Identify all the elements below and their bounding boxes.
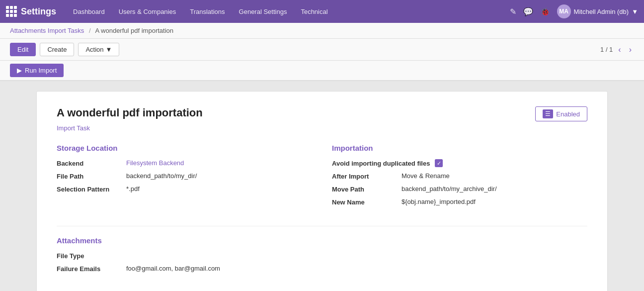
storage-location-title: Storage Location: [57, 144, 312, 152]
record-subtitle: Import Task: [57, 124, 587, 132]
attachments-section: Attachments File Type Failure Emails foo…: [57, 236, 587, 273]
move-path-value: backend_path/to/my_archive_dir/: [402, 185, 497, 193]
app-name: Settings: [21, 6, 56, 17]
edit-button[interactable]: Edit: [10, 43, 36, 56]
status-badge[interactable]: ☰ Enabled: [535, 106, 587, 121]
status-label: Enabled: [556, 110, 580, 118]
after-import-value: Move & Rename: [402, 172, 450, 180]
avoid-importing-label: Avoid importing duplicated files: [332, 159, 430, 167]
new-name-value: ${obj.name}_imported.pdf: [402, 198, 476, 205]
file-path-row: File Path backend_path/to/my_dir/: [57, 172, 312, 180]
file-path-value: backend_path/to/my_dir/: [126, 172, 197, 180]
status-icon: ☰: [543, 109, 553, 118]
backend-value: Filesystem Backend: [126, 159, 184, 167]
pagination: 1 / 1 ‹ ›: [600, 44, 634, 55]
divider: [57, 226, 587, 226]
nav-dashboard[interactable]: Dashboard: [66, 0, 112, 23]
avatar: MA: [557, 4, 571, 18]
bug-icon[interactable]: 🐞: [540, 7, 550, 16]
run-import-label: Run Import: [25, 67, 57, 74]
avoid-importing-value: ✓: [435, 159, 443, 167]
file-type-label: File Type: [57, 252, 121, 260]
grid-icon: [6, 6, 17, 17]
navbar-right: ✎ 💬 🐞 MA Mitchell Admin (db) ▼: [510, 4, 638, 18]
failure-emails-value: foo@gmail.com, bar@gmail.com: [126, 265, 220, 272]
record-title: A wonderful pdf importation: [57, 106, 203, 119]
importation-title: Importation: [332, 144, 587, 152]
breadcrumb-separator: /: [89, 27, 91, 34]
user-menu[interactable]: MA Mitchell Admin (db) ▼: [557, 4, 638, 18]
chat-icon[interactable]: 💬: [523, 7, 533, 16]
user-name: Mitchell Admin (db): [574, 8, 629, 15]
backend-label: Backend: [57, 159, 121, 167]
move-path-row: Move Path backend_path/to/my_archive_dir…: [332, 185, 587, 193]
selection-pattern-label: Selection Pattern: [57, 185, 121, 193]
after-import-label: After Import: [332, 172, 397, 180]
selection-pattern-value: *.pdf: [126, 185, 140, 193]
failure-emails-label: Failure Emails: [57, 265, 121, 273]
nav-users-companies[interactable]: Users & Companies: [112, 0, 183, 23]
create-button[interactable]: Create: [40, 43, 74, 56]
pagination-count: 1 / 1: [600, 46, 613, 53]
failure-emails-row: Failure Emails foo@gmail.com, bar@gmail.…: [57, 265, 587, 273]
chevron-down-icon: ▼: [632, 8, 638, 15]
breadcrumb-current: A wonderful pdf importation: [95, 27, 173, 34]
action-label: Action: [85, 46, 103, 53]
file-type-row: File Type: [57, 252, 587, 260]
toolbar: Edit Create Action ▼ 1 / 1 ‹ ›: [0, 39, 644, 61]
file-path-label: File Path: [57, 172, 121, 180]
after-import-row: After Import Move & Rename: [332, 172, 587, 180]
nav-translations[interactable]: Translations: [183, 0, 232, 23]
move-path-label: Move Path: [332, 185, 397, 193]
backend-row: Backend Filesystem Backend: [57, 159, 312, 167]
breadcrumb-parent[interactable]: Attachments Import Tasks: [10, 27, 84, 34]
breadcrumb: Attachments Import Tasks / A wonderful p…: [0, 23, 644, 39]
nav-general-settings[interactable]: General Settings: [232, 0, 294, 23]
main-nav: Dashboard Users & Companies Translations…: [66, 0, 510, 23]
next-button[interactable]: ›: [627, 44, 634, 55]
prev-button[interactable]: ‹: [616, 44, 623, 55]
run-import-button[interactable]: ▶ Run Import: [10, 64, 64, 77]
nav-technical[interactable]: Technical: [294, 0, 334, 23]
navbar: Settings Dashboard Users & Companies Tra…: [0, 0, 644, 23]
record-header: A wonderful pdf importation ☰ Enabled: [57, 106, 587, 121]
selection-pattern-row: Selection Pattern *.pdf: [57, 185, 312, 193]
avoid-importing-row: Avoid importing duplicated files ✓: [332, 159, 587, 167]
secondary-toolbar: ▶ Run Import: [0, 61, 644, 81]
importation-section: Importation Avoid importing duplicated f…: [332, 144, 587, 211]
storage-location-section: Storage Location Backend Filesystem Back…: [57, 144, 312, 211]
new-name-label: New Name: [332, 198, 397, 206]
attachments-title: Attachments: [57, 236, 587, 245]
action-chevron-icon: ▼: [106, 46, 112, 53]
checkbox-checked-icon: ✓: [435, 159, 443, 167]
help-icon[interactable]: ✎: [510, 7, 516, 16]
backend-link[interactable]: Filesystem Backend: [126, 159, 184, 167]
record-card: A wonderful pdf importation ☰ Enabled Im…: [36, 91, 608, 291]
two-col-section: Storage Location Backend Filesystem Back…: [57, 144, 587, 211]
main-content: A wonderful pdf importation ☰ Enabled Im…: [0, 81, 644, 291]
action-button[interactable]: Action ▼: [78, 43, 119, 56]
run-icon: ▶: [17, 67, 22, 74]
new-name-row: New Name ${obj.name}_imported.pdf: [332, 198, 587, 206]
app-brand[interactable]: Settings: [6, 6, 56, 17]
